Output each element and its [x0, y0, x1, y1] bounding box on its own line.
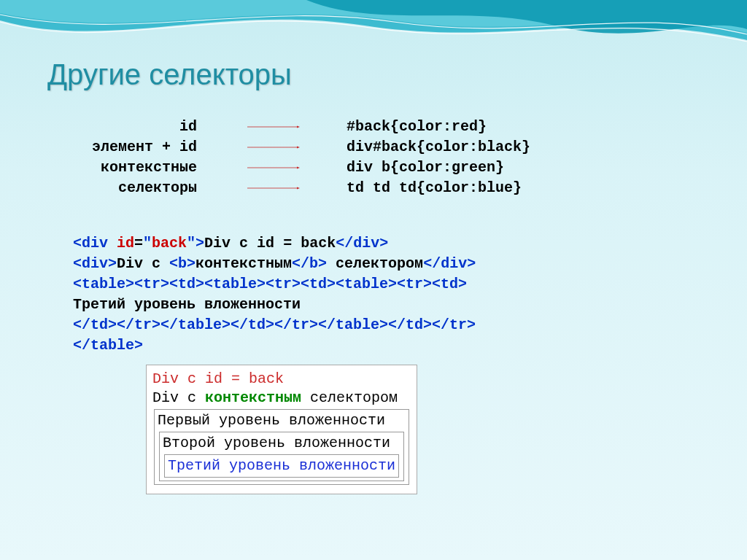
- svg-marker-7: [297, 187, 300, 189]
- wave-decoration: [0, 0, 747, 66]
- arrow-icon: [208, 125, 339, 128]
- code-text: контекстным: [196, 255, 292, 272]
- table-cell: Второй уровень вложенности Третий уровен…: [159, 432, 404, 481]
- table-cell: Первый уровень вложенности Второй уровен…: [154, 409, 409, 485]
- result-line: Div с контекстным селектором: [152, 389, 411, 408]
- code-quote: ": [187, 235, 196, 252]
- selector-code: div#back{color:black}: [347, 137, 718, 158]
- code-text: Div с: [117, 255, 169, 272]
- code-text: =: [134, 235, 143, 252]
- selector-label: id: [29, 117, 201, 137]
- code-text: Div с id = back: [204, 235, 336, 252]
- arrow-icon: [208, 166, 339, 169]
- code-tag: >: [196, 235, 204, 252]
- nested-table-2: Второй уровень вложенности Третий уровен…: [158, 430, 406, 483]
- selector-label: элемент + id: [29, 137, 201, 158]
- code-tag: <b>: [169, 255, 196, 272]
- arrow-icon: [208, 187, 339, 190]
- code-tag: <div: [73, 235, 117, 252]
- code-value: back: [152, 235, 187, 252]
- code-quote: ": [143, 235, 152, 252]
- result-text: Div с: [152, 389, 205, 406]
- selector-label: селекторы: [29, 178, 201, 198]
- nest-text: Первый уровень вложенности: [158, 412, 385, 429]
- slide: Другие селекторы id #back{color:red} эле…: [0, 0, 747, 560]
- code-example: <div id="back">Div с id = back</div> <di…: [73, 233, 476, 356]
- code-text: селектором: [327, 255, 423, 272]
- page-title: Другие селекторы: [47, 58, 292, 91]
- code-tag: </b>: [292, 255, 327, 272]
- table-cell: Третий уровень вложенности: [164, 454, 399, 478]
- selector-code: td td td{color:blue}: [347, 178, 718, 198]
- svg-marker-5: [297, 166, 300, 168]
- selector-mapping: id #back{color:red} элемент + id div#bac…: [29, 117, 718, 198]
- result-bold: контекстным: [205, 389, 301, 406]
- svg-marker-3: [297, 146, 300, 148]
- code-tag: <table><tr><td><table><tr><td><table><tr…: [73, 276, 467, 292]
- arrow-icon: [208, 146, 339, 149]
- result-output: Div с id = back Div с контекстным селект…: [146, 365, 417, 494]
- code-tag: </div>: [423, 255, 476, 272]
- code-tag: </div>: [336, 235, 388, 252]
- code-tag: </table>: [73, 337, 143, 354]
- code-tag: <div>: [73, 255, 117, 272]
- nest-text: Второй уровень вложенности: [163, 435, 390, 451]
- code-tag: </td></tr></table></td></tr></table></td…: [73, 316, 476, 333]
- selector-row: контекстные div b{color:green}: [29, 158, 718, 178]
- nest-text: Третий уровень вложенности: [168, 457, 395, 474]
- result-text: селектором: [301, 389, 398, 406]
- selector-code: #back{color:red}: [347, 117, 718, 137]
- result-line: Div с id = back: [152, 370, 411, 389]
- selector-code: div b{color:green}: [347, 158, 718, 178]
- nested-table-1: Первый уровень вложенности Второй уровен…: [152, 408, 411, 486]
- selector-row: элемент + id div#back{color:black}: [29, 137, 718, 158]
- selector-row: селекторы td td td{color:blue}: [29, 178, 718, 198]
- svg-marker-1: [297, 125, 300, 128]
- nested-table-3: Третий уровень вложенности: [163, 453, 400, 479]
- code-text: Третий уровень вложенности: [73, 296, 301, 313]
- code-attr: id: [117, 235, 134, 252]
- selector-row: id #back{color:red}: [29, 117, 718, 137]
- selector-label: контекстные: [29, 158, 201, 178]
